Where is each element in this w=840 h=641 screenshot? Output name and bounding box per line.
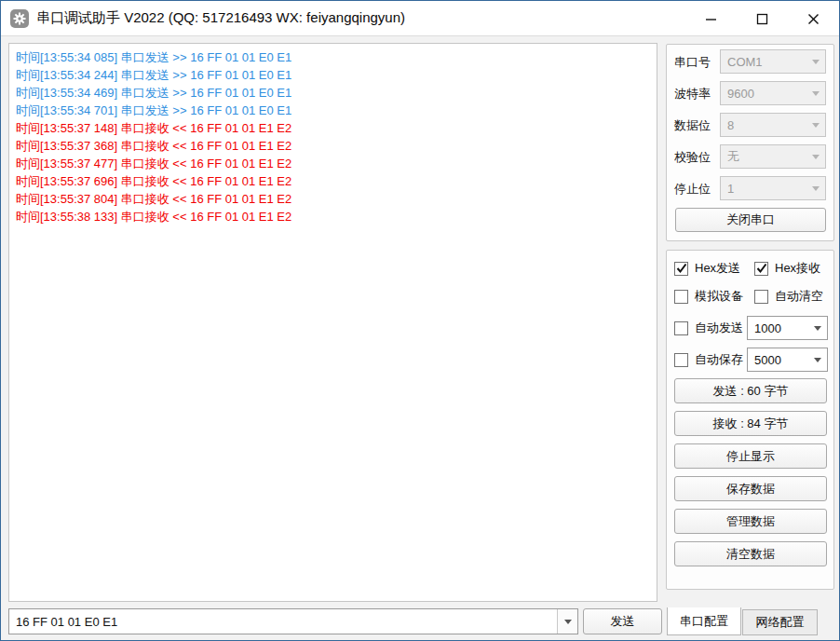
stopbits-select[interactable]: 1 <box>720 176 826 200</box>
auto-save-checkbox[interactable]: 自动保存 <box>674 352 743 367</box>
clear-data-button[interactable]: 清空数据 <box>674 541 827 566</box>
databits-select[interactable]: 8 <box>720 113 826 137</box>
log-line-recv: 时间[13:55:37 148] 串口接收 << 16 FF 01 01 E1 … <box>16 119 650 137</box>
databits-value: 8 <box>721 118 806 132</box>
auto-send-label: 自动发送 <box>695 320 743 336</box>
close-serial-button[interactable]: 关闭串口 <box>675 208 826 232</box>
log-line-send: 时间[13:55:34 244] 串口发送 >> 16 FF 01 01 E0 … <box>16 66 650 84</box>
auto-clear-label: 自动清空 <box>775 288 823 305</box>
close-icon <box>807 13 820 25</box>
serial-log-output[interactable]: 时间[13:55:34 085] 串口发送 >> 16 FF 01 01 E0 … <box>8 43 657 602</box>
check-icon <box>676 263 687 274</box>
minimize-icon <box>705 13 717 25</box>
auto-send-checkbox[interactable]: 自动发送 <box>674 320 743 335</box>
baudrate-select[interactable]: 9600 <box>720 81 826 105</box>
send-data-input[interactable] <box>9 609 557 634</box>
chevron-down-icon <box>806 82 825 104</box>
hex-send-label: Hex发送 <box>695 260 740 277</box>
checkbox-box <box>674 290 688 304</box>
baudrate-row: 波特率9600 <box>667 81 833 105</box>
chevron-down-icon <box>806 114 825 136</box>
title-bar: 串口调试助手 V2022 (QQ: 517216493 WX: feiyangq… <box>1 1 839 36</box>
send-history-dropdown-button[interactable] <box>557 609 577 634</box>
databits-row: 数据位8 <box>667 113 833 137</box>
window-title: 串口调试助手 V2022 (QQ: 517216493 WX: feiyangq… <box>36 9 405 27</box>
maximize-icon <box>756 13 768 25</box>
send-button[interactable]: 发送 <box>583 608 662 634</box>
hex-recv-checkbox[interactable]: Hex接收 <box>754 261 820 276</box>
hex-send-checkbox[interactable]: Hex发送 <box>674 261 740 276</box>
recv-count-button[interactable]: 接收 : 84 字节 <box>674 411 827 436</box>
simulate-device-checkbox[interactable]: 模拟设备 <box>674 289 743 304</box>
stopbits-value: 1 <box>721 182 806 196</box>
checkbox-box <box>674 321 688 335</box>
log-line-send: 时间[13:55:34 701] 串口发送 >> 16 FF 01 01 E0 … <box>16 102 650 119</box>
chevron-down-icon <box>807 317 827 339</box>
log-line-send: 时间[13:55:34 469] 串口发送 >> 16 FF 01 01 E0 … <box>16 84 650 102</box>
hex-recv-label: Hex接收 <box>775 260 820 277</box>
parity-select[interactable]: 无 <box>720 144 826 169</box>
log-line-recv: 时间[13:55:37 477] 串口接收 << 16 FF 01 01 E1 … <box>16 155 650 172</box>
chevron-down-icon <box>806 50 825 73</box>
chevron-down-icon <box>564 620 572 624</box>
checkbox-box <box>674 353 688 367</box>
options-panel: Hex发送Hex接收模拟设备自动清空自动发送1000自动保存5000发送 : 6… <box>666 250 834 590</box>
chevron-down-icon <box>806 145 825 168</box>
check-icon <box>756 263 767 274</box>
parity-label: 校验位 <box>674 149 711 166</box>
window-controls <box>685 1 839 36</box>
port-value: COM1 <box>721 55 806 69</box>
tab-network-config[interactable]: 网络配置 <box>742 609 818 635</box>
serial-settings-panel: 关闭串口 串口号COM1波特率9600数据位8校验位无停止位1 <box>666 44 834 241</box>
maximize-button[interactable] <box>737 1 788 36</box>
stopbits-label: 停止位 <box>674 181 711 198</box>
chevron-down-icon <box>807 348 827 371</box>
auto-save-value: 5000 <box>748 353 807 367</box>
send-data-combobox <box>8 608 578 634</box>
save-data-button[interactable]: 保存数据 <box>674 476 827 501</box>
baudrate-value: 9600 <box>721 87 806 101</box>
log-line-recv: 时间[13:55:38 133] 串口接收 << 16 FF 01 01 E1 … <box>16 208 650 225</box>
baudrate-label: 波特率 <box>674 86 711 102</box>
log-line-send: 时间[13:55:34 085] 串口发送 >> 16 FF 01 01 E0 … <box>16 48 650 66</box>
auto-clear-checkbox[interactable]: 自动清空 <box>754 289 823 304</box>
checkbox-box <box>754 290 768 304</box>
tab-serial-config[interactable]: 串口配置 <box>667 607 741 635</box>
port-row: 串口号COM1 <box>667 49 833 74</box>
sent-count-button[interactable]: 发送 : 60 字节 <box>674 378 827 403</box>
auto-save-select[interactable]: 5000 <box>747 348 828 372</box>
log-line-recv: 时间[13:55:37 368] 串口接收 << 16 FF 01 01 E1 … <box>16 137 650 155</box>
auto-save-label: 自动保存 <box>695 351 743 368</box>
stopbits-row: 停止位1 <box>667 176 833 200</box>
minimize-button[interactable] <box>685 1 737 36</box>
manage-data-button[interactable]: 管理数据 <box>674 509 827 534</box>
databits-label: 数据位 <box>674 117 711 134</box>
chevron-down-icon <box>806 177 825 199</box>
parity-value: 无 <box>721 148 806 165</box>
gear-app-icon <box>10 9 29 28</box>
auto-send-select[interactable]: 1000 <box>747 316 828 340</box>
log-line-recv: 时间[13:55:37 696] 串口接收 << 16 FF 01 01 E1 … <box>16 172 650 190</box>
parity-row: 校验位无 <box>667 144 833 169</box>
port-label: 串口号 <box>674 54 711 71</box>
checkbox-box <box>674 262 688 276</box>
log-line-recv: 时间[13:55:37 804] 串口接收 << 16 FF 01 01 E1 … <box>16 190 650 208</box>
simulate-device-label: 模拟设备 <box>695 288 743 305</box>
app-window: 串口调试助手 V2022 (QQ: 517216493 WX: feiyangq… <box>0 0 840 641</box>
port-select[interactable]: COM1 <box>720 49 826 74</box>
auto-send-value: 1000 <box>748 321 807 335</box>
stop-display-button[interactable]: 停止显示 <box>674 443 827 469</box>
close-button[interactable] <box>788 1 839 36</box>
checkbox-box <box>754 262 768 276</box>
